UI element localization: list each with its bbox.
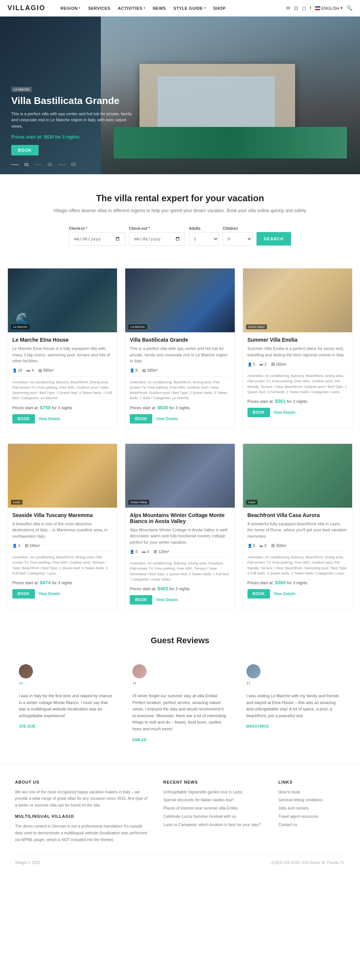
nav-activities[interactable]: ACTIVITIES ▾ xyxy=(114,6,149,11)
reviews-grid: " I was in Italy for the first time and … xyxy=(15,660,345,746)
nav-services[interactable]: SERVICES xyxy=(84,6,114,11)
villa-book-button[interactable]: BOOK xyxy=(130,414,152,423)
slide-dot-2[interactable]: 02 xyxy=(48,162,52,167)
chevron-down-icon: ▾ xyxy=(341,6,343,11)
bed-icon: 🛏 xyxy=(142,550,146,554)
footer-news-link[interactable]: Unforgettable Vignanello garden tour in … xyxy=(163,789,263,795)
villa-name: Villa Bastilicata Grande xyxy=(130,337,230,343)
bookmark-icon[interactable]: ⊡ xyxy=(294,5,298,11)
adults-label: Adults xyxy=(189,226,219,231)
review-card: " I was visiting Le Marche with my famil… xyxy=(243,660,345,746)
footer-link-item[interactable]: Travel agent resources xyxy=(278,813,345,820)
villa-actions: BOOK View Details xyxy=(130,414,230,423)
footer-bottom: Villagio © 2021 +1(954) 456 6789 / 410 S… xyxy=(15,854,345,865)
review-text: I was visiting Le Marche with my family … xyxy=(246,693,341,719)
nav-news[interactable]: NEWS xyxy=(149,6,170,11)
language-selector[interactable]: ENGLISH ▾ xyxy=(315,6,343,11)
villa-actions: BOOK View Details xyxy=(247,408,347,417)
villa-book-button[interactable]: BOOK xyxy=(130,595,152,605)
nav-style-guide[interactable]: STYLE GUIDE ▾ xyxy=(170,6,209,11)
search-title: The villa rental expert for your vacatio… xyxy=(8,193,352,204)
footer-link-item[interactable]: General letting conditions xyxy=(278,797,345,803)
email-icon[interactable]: ✉ xyxy=(286,5,290,11)
villa-area: ⊞ 350m² xyxy=(271,543,287,548)
villa-grid-row2: Lazio Seaside Villa Tuscany Maremma A be… xyxy=(0,436,360,617)
villa-description: This is a perfect villa with spa center … xyxy=(130,345,230,364)
footer-multilingual-text: The demo content in German is not a prof… xyxy=(15,823,149,843)
footer-link-item[interactable]: Contact us xyxy=(278,821,345,828)
villa-details-button[interactable]: View Details xyxy=(274,592,295,596)
villa-name: Seaside Villa Tuscany Maremma xyxy=(13,512,113,518)
footer-multilingual-heading: MULTILINGUAL VILLAGIO xyxy=(15,814,149,819)
review-author xyxy=(246,664,341,678)
villa-details-button[interactable]: View Details xyxy=(39,417,60,421)
checkin-input[interactable] xyxy=(69,232,125,245)
hero-content: Le Marche Villa Bastilicata Grande This … xyxy=(11,86,139,156)
slide-dot-3[interactable]: 03 xyxy=(71,162,76,167)
villa-description: A beautiful villa in one of the most att… xyxy=(13,521,113,539)
footer-news-heading: RECENT NEWS xyxy=(163,780,263,784)
villa-book-button[interactable]: BOOK xyxy=(13,414,35,423)
children-select[interactable]: 0 1 2 xyxy=(223,232,253,245)
villa-details-button[interactable]: View Details xyxy=(156,598,178,602)
nav-region[interactable]: REGION ▾ xyxy=(57,6,84,11)
footer-link-item[interactable]: Jobs and careers xyxy=(278,805,345,811)
hero-slide-indicators: 01 02 03 xyxy=(11,162,76,167)
review-author-name[interactable]: MAKSYMOO xyxy=(246,724,341,729)
facebook-icon[interactable]: f xyxy=(310,5,311,11)
villa-price: Prices start at: $750 for 3 nights xyxy=(13,405,113,410)
instagram-icon[interactable]: ◻ xyxy=(302,5,306,11)
villa-details-button[interactable]: View Details xyxy=(156,417,178,421)
villa-details-button[interactable]: View Details xyxy=(274,410,295,415)
area-icon: ⊞ xyxy=(25,543,29,548)
search-button[interactable]: SEARCH xyxy=(257,232,291,245)
villa-name: Beachfront Villa Casa Aurora xyxy=(247,512,347,518)
villa-card: Lazio Seaside Villa Tuscany Maremma A be… xyxy=(8,444,117,610)
review-author xyxy=(132,664,227,678)
villa-body: Seaside Villa Tuscany Maremma A beautifu… xyxy=(8,508,117,603)
villa-image: Le Marche xyxy=(8,269,117,332)
villa-persons: 👤 5 xyxy=(247,362,255,366)
footer-news-link[interactable]: Special discounts for Italian castles to… xyxy=(163,797,263,803)
flag-icon xyxy=(315,6,320,10)
search-icon[interactable]: 🔍 xyxy=(346,5,352,11)
area-icon: ⊞ xyxy=(38,368,42,373)
nav-shop[interactable]: SHOP xyxy=(209,6,230,11)
villa-region-tag: La Marche xyxy=(128,325,147,329)
review-author-name[interactable]: EMILEE xyxy=(132,738,227,742)
site-logo[interactable]: VILLAGIO xyxy=(8,4,45,12)
review-text: I was in Italy for the first time and st… xyxy=(19,693,114,719)
footer-news-link[interactable]: Lazio or Campania: which location is bes… xyxy=(163,821,263,828)
villa-book-button[interactable]: BOOK xyxy=(247,589,270,598)
hero-price: Prices start at: $630 for 3 nights xyxy=(11,134,139,140)
footer-news-link[interactable]: Places of interest near summer villa Emi… xyxy=(163,805,263,811)
adults-select[interactable]: 1 2 3 4 xyxy=(189,232,219,245)
villa-grid: Lazio Seaside Villa Tuscany Maremma A be… xyxy=(8,444,352,610)
footer-links: LINKS How to book General letting condit… xyxy=(278,780,345,843)
slide-dot-1[interactable]: 01 xyxy=(24,162,29,167)
footer-news-link[interactable]: Celebrate Lucca Summer Festival with us xyxy=(163,813,263,820)
review-author-name[interactable]: JOE DOE xyxy=(19,724,114,729)
villa-card: La Marche Villa Bastilicata Grande This … xyxy=(125,268,235,428)
footer-about: ABOUT US We are one of the most recogniz… xyxy=(15,780,149,843)
villa-body: Summer Villa Emilia Summer Villa Emilia … xyxy=(243,332,352,422)
footer-links-heading: LINKS xyxy=(278,780,345,784)
villa-book-button[interactable]: BOOK xyxy=(247,408,270,417)
nav-links: REGION ▾ SERVICES ACTIVITIES ▾ NEWS STYL… xyxy=(57,6,286,11)
footer-about-heading: ABOUT US xyxy=(15,780,149,784)
villa-area: ⊞ 260m² xyxy=(38,368,54,373)
villa-details-button[interactable]: View Details xyxy=(39,592,60,596)
chevron-down-icon: ▾ xyxy=(79,6,81,10)
footer-link-item[interactable]: How to book xyxy=(278,789,345,795)
quote-icon: " xyxy=(132,683,227,688)
villa-book-button[interactable]: BOOK xyxy=(13,589,35,598)
checkout-input[interactable] xyxy=(129,232,185,245)
villa-card: Aosta Valley Alps Mountains Winter Cotta… xyxy=(125,444,235,610)
search-form: Check-in * Check-out * Adults 1 2 3 4 Ch… xyxy=(8,226,352,245)
hero-book-button[interactable]: BOOK xyxy=(11,145,39,156)
villa-card: Aosta Valley Summer Villa Emilia Summer … xyxy=(243,268,352,428)
villa-beds: 🛏 4 xyxy=(142,550,149,554)
villa-stats: 👤 8 🛏 0 ⊞ 350m² xyxy=(247,543,347,548)
area-icon: ⊞ xyxy=(271,543,275,548)
review-card: " I was in Italy for the first time and … xyxy=(15,660,117,746)
